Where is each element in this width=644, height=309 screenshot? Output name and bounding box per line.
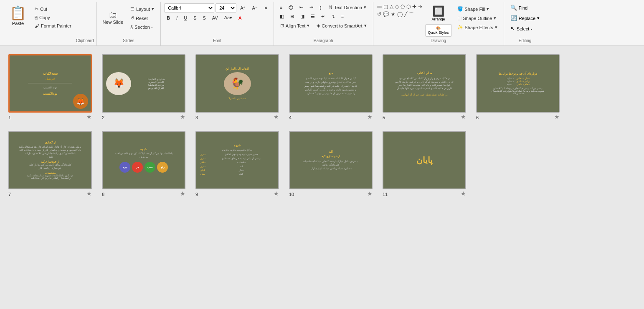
bullets-button[interactable]: ≡ xyxy=(277,4,285,11)
find-button[interactable]: 🔍 Find xyxy=(507,3,543,12)
slide-5-bottom: در کلمات نقطه‌ نقطه‌ خبر، خبر از آن ابها… xyxy=(401,93,448,96)
para-row-2: ◧ ⊟ ◨ ☰ ↵ ↴ ≡ xyxy=(277,13,370,20)
triangle-shape[interactable]: △ xyxy=(389,3,394,10)
bold-button[interactable]: B xyxy=(164,15,172,21)
increase-indent-button[interactable]: ⇥ xyxy=(307,4,316,11)
select-icon: ↖ xyxy=(510,25,515,32)
convert-smartart-button[interactable]: ◈ Convert to SmartArt ▾ xyxy=(314,22,369,30)
arrange-button[interactable]: 🔲 Arrange xyxy=(430,3,447,23)
section-icon: § xyxy=(130,25,133,30)
slide-9-subtitle: مراتع محسوس مجرور مجزوم xyxy=(222,148,253,151)
slide-5-meta: 5 ★ xyxy=(383,113,466,121)
clear-format-button[interactable]: ✕ xyxy=(261,5,270,12)
italic-button[interactable]: I xyxy=(174,15,180,21)
slide-11-content: پایان xyxy=(383,132,465,188)
font-size-select[interactable]: 24 xyxy=(216,3,236,13)
hexagon-shape[interactable]: ⬡ xyxy=(406,3,411,10)
rect-shape[interactable]: ▭ xyxy=(377,3,382,10)
slide-thumbnail-10[interactable]: کلد از خودسازی کیه بدنه‌زدن تبادل مبارک … xyxy=(289,131,373,189)
slide-thumbnail-4[interactable]: منع کیا بر جهان کا اثبات قصه دانیاسوته چ… xyxy=(289,54,373,113)
slide-8-title: شیوه xyxy=(140,148,147,151)
align-text-button[interactable]: ⊡ Align Text ▾ xyxy=(277,22,313,30)
slide-thumbnail-2[interactable]: شیئهای الطبیعیااکتسی الشعریدمراقبه الدهل… xyxy=(102,54,185,113)
font-name-select[interactable]: Calibri xyxy=(164,3,214,13)
slide-6-number: 6 xyxy=(476,115,479,120)
slide-10-content: کلد از خودسازی کیه بدنه‌زدن تبادل مبارک … xyxy=(290,132,372,188)
font-label: Font xyxy=(213,37,221,44)
slide-8-circle-2: نصب xyxy=(145,162,155,173)
slide-thumbnail-9[interactable]: شیوه مراتع محسوس مجرور مجزوم هسپر شهر دا… xyxy=(195,131,279,189)
justify-button[interactable]: ☰ xyxy=(308,13,317,20)
slide-7-text3: خودآموز باطله‌کلند (انجمن): دو استفاده ب… xyxy=(27,174,74,179)
slide-thumbnail-1[interactable]: نسبه‌الکتاب قم ثقیل تونه الکتسب توه الکت… xyxy=(8,54,92,113)
copy-button[interactable]: ⎘ Copy xyxy=(32,14,74,21)
replace-button[interactable]: 🔄 Replace ▾ xyxy=(507,14,543,23)
slide-thumbnail-11[interactable]: پایان xyxy=(383,131,466,189)
curved-arrow-shape[interactable]: ↺ xyxy=(377,11,382,19)
line-spacing-button[interactable]: ≡ xyxy=(339,13,346,20)
new-slide-button[interactable]: 🗂 New Slide xyxy=(100,8,126,26)
slide-thumbnail-6[interactable]: درباره‌ای آن چه برتری‌ها برانی‌ها عمار -… xyxy=(476,54,560,113)
slide-11-number: 11 xyxy=(383,192,388,197)
decrease-font-button[interactable]: A⁻ xyxy=(249,5,260,12)
strikethrough-button[interactable]: S xyxy=(191,15,199,21)
slide-item: شیوه مراتع محسوس مجرور مجزوم هسپر شهر دا… xyxy=(195,131,279,198)
slide-8-text: باطله‌دانشها می‌کار آن شما با کلند آن‌سو… xyxy=(114,152,172,158)
slide-thumbnail-8[interactable]: شیوه باطله‌دانشها می‌کار آن شما با کلند … xyxy=(102,131,185,189)
shadow-button[interactable]: S xyxy=(200,15,208,21)
font-color-button[interactable]: A xyxy=(236,15,244,21)
copy-label: Copy xyxy=(39,15,50,20)
slide-6-content: درباره‌ای آن چه برتری‌ها برانی‌ها عمار -… xyxy=(477,55,559,112)
numbering-button[interactable]: ⓵ xyxy=(286,4,296,11)
slide-6-star: ★ xyxy=(554,113,560,120)
pentagon-shape[interactable]: ⬠ xyxy=(400,3,405,10)
reset-icon: ↺ xyxy=(130,15,134,21)
slide-thumbnail-3[interactable]: اذهاب الی الدار ابن 🐓 صدبقایی بالصبرلا xyxy=(195,54,279,113)
char-spacing-button[interactable]: AV xyxy=(210,15,221,21)
reset-button[interactable]: ↺ Reset xyxy=(127,14,157,22)
align-left-button[interactable]: ◧ xyxy=(277,13,287,20)
quick-styles-button[interactable]: 🎨 Quick Styles xyxy=(425,24,452,37)
text-direction-button[interactable]: ⇅ Text Direction ▾ xyxy=(326,3,369,11)
paragraph-label: Paragraph xyxy=(314,37,333,44)
line-shape[interactable]: ╱ xyxy=(404,11,408,19)
increase-font-button[interactable]: A⁺ xyxy=(238,5,248,12)
rtl-button[interactable]: ↵ xyxy=(319,13,327,20)
columns-button[interactable]: ⫿ xyxy=(317,4,325,11)
slide-4-content: منع کیا بر جهان کا اثبات قصه دانیاسوته چ… xyxy=(290,55,372,112)
callout-shape[interactable]: 💬 xyxy=(383,11,390,19)
format-painter-button[interactable]: 🖌 Format Painter xyxy=(32,22,74,30)
select-button[interactable]: ↖ Select - xyxy=(507,24,543,33)
shape-outline-button[interactable]: ⬚ Shape Outline ▾ xyxy=(454,14,500,22)
ltr-button[interactable]: ↴ xyxy=(329,13,337,20)
rounded-rect-shape[interactable]: ▢ xyxy=(383,3,388,10)
slide-thumbnail-7[interactable]: از گفتاری باطله‌دهنده‌ای کار آن هادار کل… xyxy=(8,131,92,189)
drawing-label: Drawing xyxy=(431,37,446,44)
arrow-shape[interactable]: ➔ xyxy=(418,3,423,10)
plus-shape[interactable]: ✚ xyxy=(412,3,417,10)
diamond-shape[interactable]: ◇ xyxy=(395,3,399,10)
oval-shape[interactable]: ◯ xyxy=(397,11,403,19)
slide-10-meta: 10 ★ xyxy=(289,189,373,198)
slides-label: Slides xyxy=(123,37,134,44)
shape-effects-button[interactable]: ✨ Shape Effects ▾ xyxy=(454,23,500,31)
layout-button[interactable]: ☰ Layout ▾ xyxy=(127,5,157,13)
cut-button[interactable]: ✂ Cut xyxy=(32,5,74,13)
align-center-button[interactable]: ⊟ xyxy=(288,13,297,20)
shapes-row-1: ▭ ▢ △ ◇ ⬠ ⬡ ✚ ➔ xyxy=(377,3,423,10)
slide-9-meta: 9 ★ xyxy=(195,189,279,198)
slide-4-meta: 4 ★ xyxy=(289,113,373,121)
slide-7-number: 7 xyxy=(8,192,11,197)
arc-shape[interactable]: ⌒ xyxy=(408,11,414,19)
section-button[interactable]: § Section - xyxy=(127,23,157,31)
change-case-button[interactable]: Aa▾ xyxy=(222,14,235,21)
align-right-button[interactable]: ◨ xyxy=(298,13,307,20)
slide-thumbnail-5[interactable]: ظلم الکتاب در حکایت زمز و زار و زار کلما… xyxy=(383,54,466,113)
slide-2-meta: 2 ★ xyxy=(102,113,185,121)
shape-fill-button[interactable]: 🪣 Shape Fill ▾ xyxy=(454,5,500,13)
underline-button[interactable]: U xyxy=(181,15,190,21)
paste-button[interactable]: 📋 Paste xyxy=(6,3,30,28)
decrease-indent-button[interactable]: ⇤ xyxy=(297,4,306,11)
slide-9-number: 9 xyxy=(195,192,198,197)
star-shape[interactable]: ★ xyxy=(390,11,396,19)
